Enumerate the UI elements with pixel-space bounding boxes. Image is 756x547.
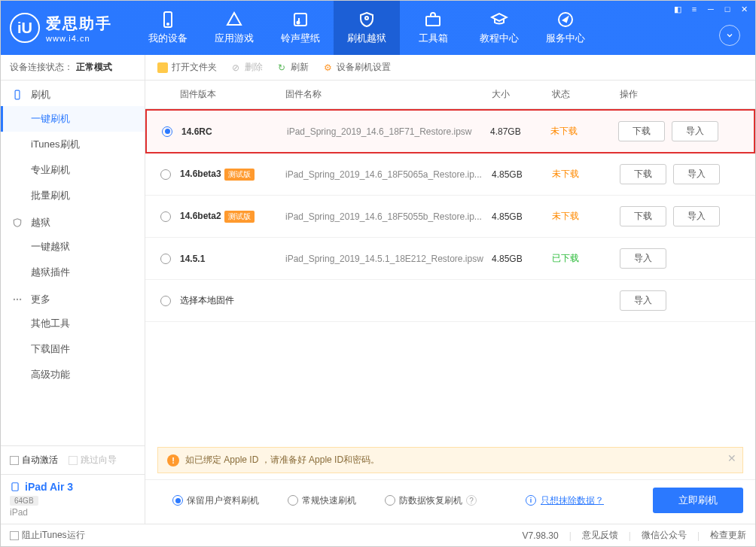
row-radio[interactable] [160, 254, 171, 264]
erase-link[interactable]: 只想抹除数据？ [541, 494, 604, 507]
svg-rect-11 [12, 483, 18, 491]
dropdown-button[interactable] [719, 25, 740, 46]
svg-point-8 [14, 299, 15, 300]
version-label: V7.98.30 [523, 530, 559, 541]
refresh-icon: ↻ [276, 62, 287, 73]
sidebar: 设备连接状态： 正常模式 刷机 一键刷机 iTunes刷机 专业刷机 批量刷机 … [1, 55, 145, 524]
local-firmware-label: 选择本地固件 [180, 294, 620, 307]
row-radio[interactable] [160, 211, 171, 222]
sidebar-item-advanced[interactable]: 高级功能 [1, 362, 145, 387]
flash-now-button[interactable]: 立即刷机 [653, 488, 743, 513]
firmware-version: 14.6beta2 [180, 211, 221, 221]
flash-opt-antirecovery[interactable]: 防数据恢复刷机 ? [370, 494, 477, 507]
firmware-status: 已下载 [552, 252, 620, 265]
firmware-row[interactable]: 14.5.1 iPad_Spring_2019_14.5.1_18E212_Re… [145, 238, 755, 280]
sidebar-group-jailbreak[interactable]: 越狱 [1, 208, 145, 234]
row-radio[interactable] [160, 169, 171, 180]
firmware-size: 4.85GB [492, 169, 552, 180]
open-folder-button[interactable]: 打开文件夹 [157, 61, 217, 74]
maximize-icon[interactable]: □ [721, 4, 734, 14]
more-icon [11, 293, 23, 305]
sidebar-item-download-firmware[interactable]: 下载固件 [1, 336, 145, 362]
sidebar-group-more[interactable]: 更多 [1, 285, 145, 311]
app-title: 爱思助手 [46, 14, 112, 34]
minimize-icon[interactable]: ─ [704, 4, 718, 14]
import-button[interactable]: 导入 [620, 248, 666, 269]
sidebar-item-jailbreak-plugins[interactable]: 越狱插件 [1, 260, 145, 285]
menu-icon[interactable]: ≡ [687, 4, 701, 14]
flash-opt-normal[interactable]: 常规快速刷机 [273, 494, 356, 507]
nav-tab-service[interactable]: 服务中心 [532, 1, 599, 55]
refresh-button[interactable]: ↻ 刷新 [276, 61, 309, 74]
tablet-icon [10, 482, 20, 492]
flash-options: 保留用户资料刷机 常规快速刷机 防数据恢复刷机 ? i 只想抹除数据？ 立即刷机 [145, 479, 755, 524]
footer: 阻止iTunes运行 V7.98.30 | 意见反馈 | 微信公众号 | 检查更… [1, 524, 755, 546]
sidebar-item-oneclick-jailbreak[interactable]: 一键越狱 [1, 234, 145, 260]
svg-point-10 [20, 299, 21, 300]
block-itunes-checkbox[interactable]: 阻止iTunes运行 [10, 529, 85, 542]
sidebar-item-itunes-flash[interactable]: iTunes刷机 [1, 132, 145, 157]
svg-point-4 [365, 17, 368, 20]
import-button[interactable]: 导入 [673, 206, 720, 226]
firmware-row[interactable]: 14.6beta3测试版 iPad_Spring_2019_14.6_18F50… [145, 153, 755, 196]
nav-tab-device[interactable]: 我的设备 [135, 1, 201, 55]
firmware-row[interactable]: 14.6RC iPad_Spring_2019_14.6_18F71_Resto… [145, 109, 755, 153]
flash-opt-preserve[interactable]: 保留用户资料刷机 [157, 494, 259, 507]
delete-button[interactable]: ⊘ 删除 [230, 61, 263, 74]
nav-tab-tutorials[interactable]: 教程中心 [466, 1, 532, 55]
firmware-version: 14.5.1 [180, 254, 205, 264]
gear-icon: ⚙ [322, 62, 333, 73]
wechat-link[interactable]: 微信公众号 [642, 529, 687, 542]
sidebar-item-other-tools[interactable]: 其他工具 [1, 311, 145, 336]
nav-tab-tools[interactable]: 工具箱 [400, 1, 466, 55]
notice-close-button[interactable]: ✕ [727, 452, 736, 464]
update-link[interactable]: 检查更新 [710, 529, 746, 542]
th-action: 操作 [620, 88, 755, 101]
warning-icon: ! [167, 454, 179, 466]
close-icon[interactable]: ✕ [737, 4, 751, 14]
import-button[interactable]: 导入 [673, 164, 720, 184]
download-button[interactable]: 下载 [618, 121, 665, 141]
shield-icon [358, 11, 376, 29]
import-button[interactable]: 导入 [620, 290, 666, 311]
row-radio[interactable] [162, 126, 172, 137]
auto-activate-checkbox[interactable]: 自动激活 [10, 454, 58, 466]
folder-icon [157, 62, 168, 73]
nav-tab-flash[interactable]: 刷机越狱 [334, 1, 400, 55]
firmware-name: iPad_Spring_2019_14.6_18F5065a_Restore.i… [285, 169, 492, 180]
firmware-status: 未下载 [552, 168, 620, 181]
device-info: iPad Air 3 64GB iPad [1, 474, 145, 524]
table-header: 固件版本 固件名称 大小 状态 操作 [145, 81, 755, 109]
skin-icon[interactable]: ◧ [671, 4, 684, 14]
window-controls: ◧ ≡ ─ □ ✕ [671, 4, 751, 14]
sidebar-item-oneclick-flash[interactable]: 一键刷机 [1, 106, 145, 132]
storage-badge: 64GB [10, 496, 38, 506]
svg-rect-5 [426, 17, 440, 26]
skip-wizard-checkbox[interactable]: 跳过向导 [69, 454, 117, 466]
nav-tab-ringtones[interactable]: 铃声壁纸 [267, 1, 334, 55]
download-button[interactable]: 下载 [620, 164, 666, 184]
sidebar-item-pro-flash[interactable]: 专业刷机 [1, 157, 145, 183]
firmware-row[interactable]: 14.6beta2测试版 iPad_Spring_2019_14.6_18F50… [145, 196, 755, 238]
download-button[interactable]: 下载 [620, 206, 666, 226]
device-icon [159, 11, 177, 29]
device-type: iPad [10, 507, 136, 518]
settings-button[interactable]: ⚙ 设备刷机设置 [322, 61, 391, 74]
firmware-version: 14.6beta3 [180, 169, 221, 179]
help-icon[interactable]: ? [466, 495, 477, 506]
row-radio[interactable] [160, 296, 171, 306]
sidebar-group-flash[interactable]: 刷机 [1, 81, 145, 106]
app-header: iU 爱思助手 www.i4.cn 我的设备 应用游戏 铃声壁纸 刷机越狱 工具… [1, 1, 755, 55]
toolbar: 打开文件夹 ⊘ 删除 ↻ 刷新 ⚙ 设备刷机设置 [145, 55, 755, 81]
device-name[interactable]: iPad Air 3 [10, 481, 136, 493]
sidebar-item-batch-flash[interactable]: 批量刷机 [1, 183, 145, 208]
beta-tag: 测试版 [224, 169, 255, 181]
import-button[interactable]: 导入 [672, 121, 718, 141]
nav-tab-apps[interactable]: 应用游戏 [201, 1, 267, 55]
svg-rect-7 [15, 90, 20, 99]
content-area: 打开文件夹 ⊘ 删除 ↻ 刷新 ⚙ 设备刷机设置 固件版本 固件名称 大小 状态… [145, 55, 755, 524]
feedback-link[interactable]: 意见反馈 [582, 529, 618, 542]
main-nav: 我的设备 应用游戏 铃声壁纸 刷机越狱 工具箱 教程中心 服务中心 [135, 1, 746, 55]
notice-bar: ! 如已绑定 Apple ID ，请准备好 Apple ID和密码。 ✕ [157, 447, 743, 473]
local-firmware-row[interactable]: 选择本地固件 导入 [145, 280, 755, 322]
